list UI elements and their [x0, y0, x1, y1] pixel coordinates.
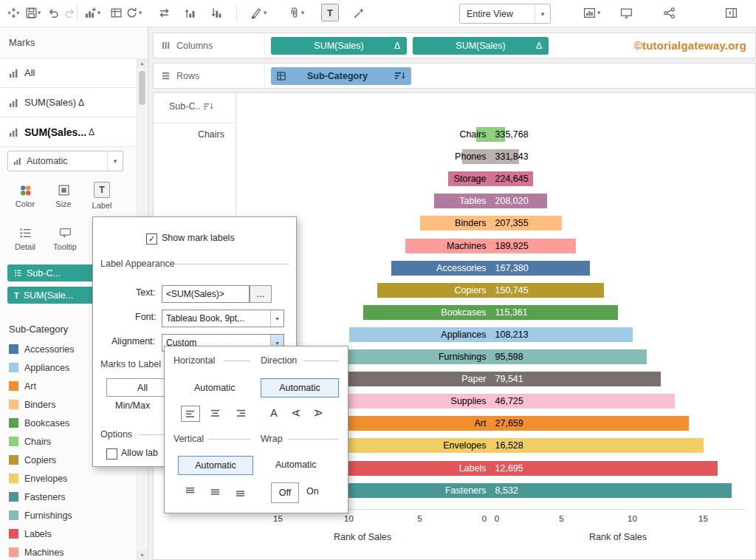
direction-horizontal-button[interactable]: A — [268, 407, 280, 419]
legend-item[interactable]: Labels — [0, 525, 133, 543]
align-middle-button[interactable] — [206, 484, 224, 499]
mark-type-dropdown[interactable]: Automatic ▾ — [7, 151, 123, 171]
marks-card[interactable]: SUM(Sales)Δ — [0, 88, 136, 117]
detail-icon — [19, 227, 32, 239]
legend-item-label: Furnishings — [24, 511, 72, 521]
scrollbar-thumb[interactable] — [139, 71, 145, 105]
scroll-up-icon[interactable]: ▴ — [137, 58, 147, 68]
tooltip-button[interactable]: Tooltip — [46, 220, 84, 257]
allow-overlap-checkbox[interactable] — [106, 448, 117, 460]
new-data-caret-icon[interactable]: ▾ — [95, 9, 103, 16]
mark-label-category: Tables — [459, 195, 486, 207]
save-caret-icon[interactable]: ▾ — [35, 9, 43, 16]
align-right-button[interactable] — [231, 406, 249, 420]
bar[interactable] — [292, 416, 690, 431]
legend-item[interactable]: Furnishings — [0, 506, 133, 525]
toolbar-divider — [236, 5, 237, 21]
format-clip-caret-icon[interactable]: ▾ — [299, 9, 306, 16]
row-header-label[interactable]: Chairs — [198, 129, 224, 140]
label-text-input[interactable]: <SUM(Sales)> — [162, 285, 250, 303]
rows-pill-subcategory[interactable]: Sub-Category — [271, 67, 411, 85]
sort-descending-icon[interactable] — [389, 72, 405, 81]
sort-ascending-icon[interactable] — [182, 4, 199, 21]
tooltip-button-label: Tooltip — [53, 242, 77, 251]
show-me-caret-icon[interactable]: ▾ — [595, 9, 602, 16]
direction-title: Direction — [261, 355, 297, 366]
columns-pill-sum-sales[interactable]: SUM(Sales)Δ — [413, 37, 549, 55]
legend-item[interactable]: Machines — [0, 543, 133, 560]
mark-type-caret-icon[interactable]: ▾ — [107, 151, 123, 171]
mark-label-value: 167,380 — [495, 262, 529, 274]
legend-item-label: Chairs — [24, 437, 51, 447]
legend-swatch — [9, 492, 18, 502]
marks-card[interactable]: SUM(Sales...Δ — [0, 117, 136, 147]
detail-icon — [14, 269, 22, 277]
share-icon[interactable] — [660, 4, 678, 21]
align-center-button[interactable] — [206, 406, 224, 420]
bar[interactable] — [434, 194, 548, 208]
bar[interactable] — [377, 283, 604, 298]
bar[interactable] — [334, 349, 646, 364]
bar[interactable] — [391, 261, 590, 276]
font-dropdown[interactable]: Tableau Book, 9pt,.. ▾ — [162, 310, 284, 327]
fit-selector-caret-icon[interactable]: ▾ — [535, 4, 550, 23]
swap-axes-icon[interactable] — [155, 4, 173, 21]
text-more-button[interactable]: ... — [250, 285, 272, 303]
mark-label-value: 115,361 — [495, 307, 528, 318]
show-mark-labels-checkbox[interactable]: ✓ — [146, 233, 157, 245]
bar[interactable] — [405, 239, 575, 253]
wrap-off-button[interactable]: Off — [271, 482, 299, 503]
x-axis-tick: 15 — [698, 514, 708, 523]
show-me-panel-icon[interactable] — [722, 4, 740, 21]
legend-item[interactable]: Envelopes — [0, 469, 133, 488]
section-options: Options — [100, 429, 132, 440]
direction-down-button[interactable]: A — [312, 407, 324, 419]
mark-label-category: Labels — [459, 462, 487, 474]
legend-item[interactable]: Fasteners — [0, 488, 133, 506]
detail-button[interactable]: Detail — [7, 220, 43, 257]
color-button[interactable]: Color — [7, 177, 43, 214]
align-top-button[interactable] — [181, 484, 199, 499]
label-button-label: Label — [92, 201, 112, 210]
columns-pill-label: SUM(Sales) — [456, 41, 505, 51]
marks-pill-label: SUM(Sale... — [24, 290, 73, 301]
toolbar-divider — [77, 5, 78, 21]
direction-up-button[interactable]: A — [290, 407, 302, 419]
align-bottom-button[interactable] — [231, 484, 249, 499]
legend-swatch — [9, 511, 18, 520]
presentation-mode-icon[interactable] — [617, 4, 635, 21]
marks-card-list: AllSUM(Sales)ΔSUM(Sales...Δ — [0, 58, 136, 147]
x-axis-tick: 10 — [344, 514, 354, 523]
fit-selector[interactable]: Entire View ▾ — [459, 4, 551, 24]
bar[interactable] — [320, 372, 661, 386]
label-icon: T — [14, 291, 19, 300]
legend-swatch — [9, 474, 18, 483]
fix-axes-icon[interactable] — [350, 4, 368, 21]
table-calc-delta-icon: Δ — [78, 98, 84, 108]
bar[interactable] — [363, 305, 619, 320]
mark-label-category: Copiers — [454, 284, 486, 296]
bar[interactable] — [306, 394, 675, 409]
columns-pill-sum-sales[interactable]: SUM(Sales)Δ — [271, 37, 407, 55]
direction-automatic-button[interactable]: Automatic — [261, 378, 339, 397]
size-button[interactable]: Size — [46, 177, 81, 214]
mark-label-category: Supplies — [451, 395, 487, 407]
size-button-label: Size — [55, 199, 71, 208]
undo-icon[interactable] — [44, 4, 62, 21]
scroll-down-icon[interactable]: ▾ — [137, 550, 147, 560]
font-caret-icon[interactable]: ▾ — [270, 310, 284, 327]
mark-label-category: Accessories — [436, 262, 486, 274]
marks-card[interactable]: All — [0, 58, 136, 88]
label-button[interactable]: T Label — [84, 177, 120, 214]
bar[interactable] — [349, 327, 633, 342]
refresh-caret-icon[interactable]: ▾ — [137, 9, 144, 16]
align-left-button[interactable] — [181, 406, 200, 422]
wrap-on-button[interactable]: On — [306, 486, 319, 496]
vertical-automatic-button[interactable]: Automatic — [178, 456, 253, 475]
highlight-caret-icon[interactable]: ▾ — [261, 9, 269, 16]
mark-label-value: 335,768 — [495, 129, 529, 140]
bar[interactable] — [420, 216, 562, 231]
sort-descending-icon[interactable] — [208, 4, 226, 21]
redo-icon[interactable] — [61, 4, 78, 21]
show-mark-labels-icon[interactable]: T — [321, 4, 339, 21]
